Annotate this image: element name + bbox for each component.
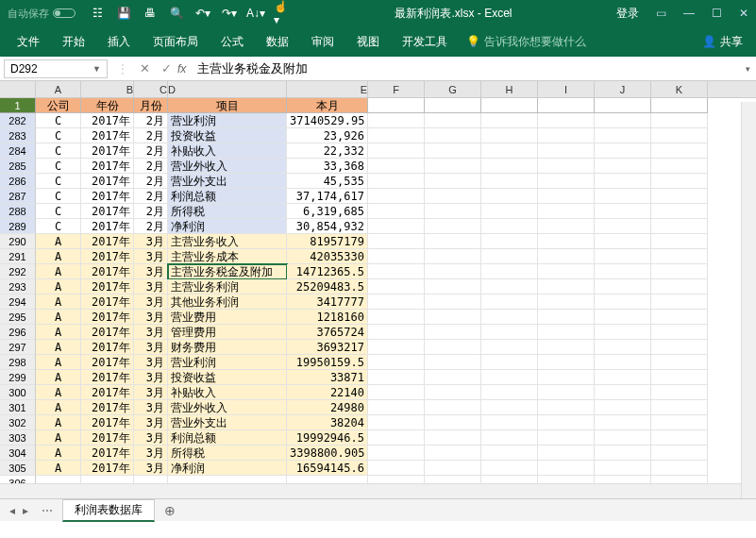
cell[interactable]: [368, 189, 425, 204]
cell[interactable]: 2月: [134, 189, 168, 204]
cell[interactable]: 2017年: [81, 310, 134, 325]
cell[interactable]: [538, 400, 595, 415]
cell[interactable]: 3月: [134, 355, 168, 370]
cell[interactable]: 营业外支出: [168, 415, 287, 430]
cell[interactable]: [481, 310, 538, 325]
cell[interactable]: [481, 415, 538, 430]
cell[interactable]: 3月: [134, 385, 168, 400]
row-header[interactable]: 291: [0, 249, 36, 264]
cell[interactable]: [368, 446, 425, 461]
cell[interactable]: 2017年: [81, 355, 134, 370]
cell[interactable]: [481, 264, 538, 279]
cell[interactable]: [481, 249, 538, 264]
close-icon[interactable]: ✕: [739, 7, 748, 20]
cell[interactable]: [481, 174, 538, 189]
row-header[interactable]: 303: [0, 430, 36, 446]
cell[interactable]: 3月: [134, 249, 168, 264]
cell[interactable]: [538, 143, 595, 159]
cell[interactable]: 3417777: [287, 294, 368, 310]
row-header[interactable]: 298: [0, 355, 36, 370]
redo-icon[interactable]: ↷▾: [221, 5, 238, 22]
cell[interactable]: A: [36, 400, 81, 415]
cell[interactable]: [368, 310, 425, 325]
col-header[interactable]: C: [134, 81, 168, 97]
table-header[interactable]: 项目: [168, 98, 287, 113]
cell[interactable]: [538, 415, 595, 430]
cell[interactable]: [481, 430, 538, 446]
cell[interactable]: [538, 159, 595, 174]
cell[interactable]: [538, 98, 595, 113]
cell[interactable]: [651, 415, 708, 430]
cell[interactable]: [481, 340, 538, 355]
cell[interactable]: [425, 279, 481, 294]
quick-print-icon[interactable]: 🖶: [142, 5, 159, 22]
cell[interactable]: 营业费用: [168, 310, 287, 325]
cell[interactable]: [481, 204, 538, 219]
cell[interactable]: [481, 98, 538, 113]
cell[interactable]: [538, 249, 595, 264]
cell[interactable]: [368, 370, 425, 385]
cell[interactable]: [538, 340, 595, 355]
cell[interactable]: [368, 279, 425, 294]
cell[interactable]: [481, 385, 538, 400]
cell[interactable]: 2017年: [81, 204, 134, 219]
cell[interactable]: 2017年: [81, 264, 134, 279]
cell[interactable]: 主营业务税金及附加: [168, 264, 287, 279]
cell[interactable]: A: [36, 310, 81, 325]
col-header[interactable]: J: [595, 81, 651, 97]
cell[interactable]: [368, 234, 425, 249]
cell[interactable]: [425, 98, 481, 113]
cell[interactable]: 2017年: [81, 143, 134, 159]
cell[interactable]: 2017年: [81, 159, 134, 174]
cell[interactable]: [595, 400, 651, 415]
cell[interactable]: [595, 159, 651, 174]
cell[interactable]: 2017年: [81, 128, 134, 143]
cell[interactable]: [538, 128, 595, 143]
cell[interactable]: [538, 279, 595, 294]
cell[interactable]: [368, 174, 425, 189]
row-header[interactable]: 299: [0, 370, 36, 385]
cell[interactable]: [595, 385, 651, 400]
save-icon[interactable]: 💾: [115, 5, 132, 22]
cell[interactable]: 3月: [134, 325, 168, 340]
cell[interactable]: 22,332: [287, 143, 368, 159]
cell[interactable]: [651, 294, 708, 310]
cell[interactable]: 营业利润: [168, 355, 287, 370]
cell[interactable]: [425, 415, 481, 430]
accept-formula-icon[interactable]: ✓: [161, 61, 172, 76]
cell[interactable]: A: [36, 446, 81, 461]
cell[interactable]: [425, 340, 481, 355]
cell[interactable]: 投资收益: [168, 128, 287, 143]
row-header[interactable]: 284: [0, 143, 36, 159]
cell[interactable]: [481, 113, 538, 128]
cell[interactable]: 2017年: [81, 249, 134, 264]
cell[interactable]: [425, 113, 481, 128]
cell[interactable]: [481, 294, 538, 310]
cell[interactable]: [651, 370, 708, 385]
tab-developer[interactable]: 开发工具: [391, 30, 459, 54]
cell[interactable]: [538, 113, 595, 128]
cell[interactable]: [651, 249, 708, 264]
cell[interactable]: [595, 113, 651, 128]
row-header[interactable]: 294: [0, 294, 36, 310]
row-header[interactable]: 289: [0, 219, 36, 234]
cell[interactable]: [595, 446, 651, 461]
cell[interactable]: 2月: [134, 219, 168, 234]
cell[interactable]: 主营业务成本: [168, 249, 287, 264]
cell[interactable]: [368, 113, 425, 128]
cell[interactable]: 33,368: [287, 159, 368, 174]
tab-pagelayout[interactable]: 页面布局: [142, 30, 210, 54]
cell[interactable]: [425, 461, 481, 476]
row-header[interactable]: 283: [0, 128, 36, 143]
cell[interactable]: 3月: [134, 310, 168, 325]
fx-icon[interactable]: fx: [177, 62, 186, 76]
row-header[interactable]: 295: [0, 310, 36, 325]
tab-scroll-left-icon[interactable]: ◂: [9, 504, 15, 517]
cell[interactable]: [595, 219, 651, 234]
cell[interactable]: 3月: [134, 446, 168, 461]
cell[interactable]: 30,854,932: [287, 219, 368, 234]
cell[interactable]: 2017年: [81, 340, 134, 355]
cell[interactable]: [651, 264, 708, 279]
row-header[interactable]: 300: [0, 385, 36, 400]
cell[interactable]: 2017年: [81, 279, 134, 294]
